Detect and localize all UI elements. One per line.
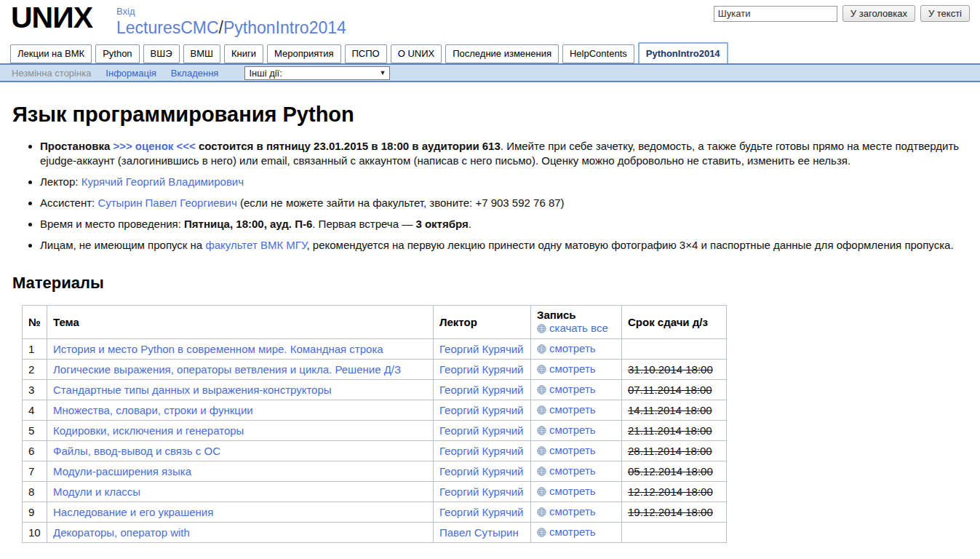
watch-link[interactable]: смотреть: [537, 464, 596, 477]
faculty-link[interactable]: факультет ВМК МГУ: [205, 239, 306, 251]
grades-link[interactable]: >>> оценок <<<: [113, 140, 195, 152]
breadcrumb-parent-link[interactable]: LecturesCMC: [116, 18, 219, 37]
row-lecturer-link[interactable]: Георгий Курячий: [439, 363, 523, 376]
col-header-deadline: Срок сдачи д/з: [622, 305, 727, 338]
globe-icon: [537, 384, 546, 397]
lecturer-label: Лектор:: [40, 175, 81, 188]
row-lecturer-link[interactable]: Георгий Курячий: [439, 343, 523, 355]
assistant-link[interactable]: Сутырин Павел Георгиевич: [97, 197, 236, 209]
row-lecturer-link[interactable]: Георгий Курячий: [439, 465, 523, 477]
list-item-assistant: Ассистент: Сутырин Павел Георгиевич (есл…: [40, 196, 969, 210]
row-number: 5: [23, 420, 47, 440]
chevron-down-icon: ▼: [379, 69, 386, 76]
search-titles-button[interactable]: У заголовках: [842, 5, 915, 22]
watch-link[interactable]: смотреть: [537, 505, 596, 518]
row-number: 2: [23, 359, 47, 379]
watch-link[interactable]: смотреть: [537, 444, 596, 456]
assistant-label: Ассистент:: [40, 197, 97, 209]
schedule-first-date: 3 октября: [415, 218, 468, 230]
row-lecturer-link[interactable]: Георгий Курячий: [439, 445, 523, 457]
topic-link[interactable]: Кодировки, исключения и генераторы: [53, 424, 244, 437]
col-header-record: Запись скачать все: [531, 305, 622, 338]
row-number: 9: [23, 501, 47, 522]
row-lecturer-link[interactable]: Георгий Курячий: [439, 384, 523, 396]
nav-tab[interactable]: ВМШ: [183, 44, 220, 63]
materials-table-body: 1 История и место Python в современном м…: [23, 338, 727, 542]
col-header-num: №: [23, 305, 47, 338]
watch-link[interactable]: смотреть: [537, 362, 596, 375]
watch-link[interactable]: смотреть: [537, 342, 596, 354]
watch-label: смотреть: [549, 485, 596, 497]
deadline: 05.12.2014 18:00: [628, 465, 713, 477]
course-info-list: Простановка >>> оценок <<< состоится в п…: [12, 139, 969, 253]
table-row: 5 Кодировки, исключения и генераторы Гео…: [23, 420, 727, 440]
topic-link[interactable]: Стандартные типы данных и выражения-конс…: [53, 384, 332, 396]
toolbar-attachments-link[interactable]: Вкладення: [171, 68, 219, 79]
row-number: 7: [23, 461, 47, 481]
materials-table: № Тема Лектор Запись скачать все Срок сд…: [22, 305, 727, 543]
watch-link[interactable]: смотреть: [537, 383, 596, 395]
nav-tab[interactable]: Мероприятия: [267, 44, 341, 63]
table-row: 4 Множества, словари, строки и функции Г…: [23, 400, 727, 420]
assistant-phone: (если не можете зайти на факультет, звон…: [237, 197, 565, 209]
actions-dropdown[interactable]: Інші дії: ▼: [244, 66, 390, 80]
globe-icon: [537, 344, 546, 356]
nav-tab[interactable]: HelpContents: [562, 44, 634, 63]
globe-icon: [537, 466, 546, 478]
search-input[interactable]: [714, 6, 837, 22]
schedule-mid: . Первая встреча —: [312, 218, 415, 230]
row-lecturer-link[interactable]: Георгий Курячий: [439, 506, 523, 518]
watch-label: смотреть: [549, 444, 596, 456]
nav-tab[interactable]: ВШЭ: [143, 44, 180, 63]
main-content: Язык программирования Python Простановка…: [0, 103, 980, 543]
topic-link[interactable]: Множества, словари, строки и функции: [53, 404, 253, 416]
nav-tab[interactable]: Лекции на ВМК: [10, 44, 92, 63]
table-row: 1 История и место Python в современном м…: [23, 338, 727, 359]
list-item-lecturer: Лектор: Курячий Георгий Владимирович: [40, 175, 969, 189]
page-title: Язык программирования Python: [12, 103, 969, 127]
schedule-label: Время и место проведения:: [40, 218, 184, 230]
topic-link[interactable]: Наследование и его украшения: [53, 506, 213, 518]
login-link[interactable]: Вхід: [116, 6, 135, 17]
list-item-grades: Простановка >>> оценок <<< состоится в п…: [40, 139, 969, 168]
nav-tab[interactable]: ПСПО: [345, 44, 387, 63]
topic-link[interactable]: Файлы, ввод-вывод и связь с ОС: [53, 445, 220, 457]
row-number: 4: [23, 400, 47, 420]
list-item-pass: Лицам, не имеющим пропуск на факультет В…: [40, 238, 969, 253]
table-row: 6 Файлы, ввод-вывод и связь с ОС Георгий…: [23, 440, 727, 461]
row-lecturer-link[interactable]: Георгий Курячий: [439, 424, 523, 437]
topic-link[interactable]: История и место Python в современном мир…: [53, 343, 383, 355]
watch-link[interactable]: смотреть: [537, 526, 596, 538]
search-fulltext-button[interactable]: У тексті: [920, 5, 970, 22]
watch-link[interactable]: смотреть: [537, 403, 596, 416]
row-lecturer-link[interactable]: Павел Сутырин: [439, 526, 519, 539]
watch-link[interactable]: смотреть: [537, 485, 596, 497]
lecturer-link[interactable]: Курячий Георгий Владимирович: [81, 175, 244, 188]
section-heading: Материалы: [12, 274, 969, 293]
row-lecturer-link[interactable]: Георгий Курячий: [439, 404, 523, 416]
topic-link[interactable]: Логические выражения, операторы ветвлени…: [53, 363, 401, 376]
nav-tab[interactable]: PythonIntro2014: [638, 42, 728, 63]
deadline: 19.12.2014 18:00: [628, 506, 713, 518]
watch-label: смотреть: [549, 383, 596, 395]
nav-tab[interactable]: Последние изменения: [445, 44, 559, 63]
nav-tab[interactable]: Книги: [224, 44, 263, 63]
topic-link[interactable]: Модули-расширения языка: [53, 465, 191, 477]
topic-link[interactable]: Декораторы, оператор with: [53, 526, 190, 539]
deadline: 28.11.2014 18:00: [628, 445, 712, 457]
grades-lead: Простановка: [40, 140, 113, 152]
nav-tab[interactable]: О UNИХ: [391, 44, 442, 63]
wiki-logo: UNИХ: [11, 3, 92, 33]
page-header: UNИХ Вхід LecturesCMC/PythonIntro2014 У …: [0, 0, 980, 42]
watch-link[interactable]: смотреть: [537, 424, 596, 436]
row-number: 8: [23, 481, 47, 501]
toolbar-info-link[interactable]: Інформація: [105, 68, 156, 79]
topic-link[interactable]: Модули и классы: [53, 485, 140, 498]
globe-icon: [537, 486, 546, 499]
row-lecturer-link[interactable]: Георгий Курячий: [439, 485, 523, 498]
table-header-row: № Тема Лектор Запись скачать все Срок сд…: [23, 305, 727, 338]
nav-tab[interactable]: Python: [95, 44, 139, 63]
download-all-link[interactable]: скачать все: [549, 322, 608, 334]
breadcrumb-current-link[interactable]: PythonIntro2014: [223, 18, 346, 37]
globe-icon: [537, 527, 546, 539]
